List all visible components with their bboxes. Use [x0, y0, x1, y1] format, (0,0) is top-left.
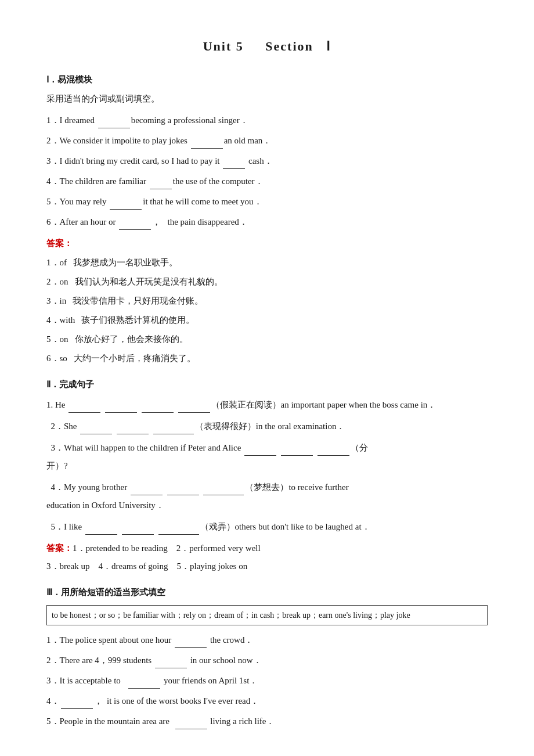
- section3-label: Ⅲ．用所给短语的适当形式填空: [46, 585, 488, 600]
- section1-label: Ⅰ．易混模块: [46, 72, 488, 88]
- blank-2-1c: [142, 402, 174, 413]
- answer1-2: 2．on 我们认为和老人开玩笑是没有礼貌的。: [46, 274, 488, 290]
- section2-label: Ⅱ．完成句子: [46, 377, 488, 393]
- blank-2-1d: [178, 402, 210, 413]
- blank-3-5: [175, 719, 207, 729]
- blank-2-5a: [85, 524, 117, 535]
- section2-answer-line1: 答案：1．pretended to be reading 2．performed…: [46, 541, 488, 556]
- q1-2: 2．We consider it impolite to play jokes …: [46, 133, 488, 149]
- answer1-5: 5．on 你放心好了，他会来接你的。: [46, 332, 488, 347]
- blank-2-3b: [281, 445, 313, 456]
- section2-answer-label: 答案：: [46, 543, 73, 553]
- blank-1-3: [223, 159, 245, 169]
- blank-2-1a: [68, 402, 100, 413]
- page-title: Unit 5 Section Ⅰ: [46, 35, 488, 58]
- blank-1-6: [119, 219, 151, 230]
- q3-3: 3．It is acceptable to your friends on Ap…: [46, 673, 488, 689]
- section2-answer-line2: 3．break up 4．dreams of going 5．playing j…: [46, 559, 488, 574]
- blank-3-4: [61, 699, 93, 709]
- section1-instruction: 采用适当的介词或副词填空。: [46, 91, 488, 107]
- blank-2-4c: [203, 485, 244, 495]
- q1-1: 1．I dreamed becoming a professional sing…: [46, 113, 488, 128]
- blank-2-2c: [153, 424, 194, 434]
- answer1-1: 1．of 我梦想成为一名职业歌手。: [46, 255, 488, 271]
- q3-4: 4．， it is one of the worst books I've ev…: [46, 693, 488, 709]
- blank-2-4b: [167, 485, 199, 495]
- section1-answer-label: 答案：: [46, 236, 488, 251]
- q1-3: 3．I didn't bring my credit card, so I ha…: [46, 153, 488, 169]
- q1-5: 5．You may rely it that he will come to m…: [46, 194, 488, 210]
- blank-1-4: [150, 179, 172, 189]
- q3-2: 2．There are 4，999 students in our school…: [46, 653, 488, 668]
- blank-2-5c: [158, 524, 199, 535]
- unit-label: Unit 5: [203, 39, 244, 53]
- section-label-text: Section: [265, 39, 313, 53]
- section-roman: Ⅰ: [326, 39, 331, 53]
- phrase-box: to be honest；or so；be familiar with；rely…: [46, 605, 488, 626]
- q1-4: 4．The children are familiar the use of t…: [46, 174, 488, 189]
- blank-2-3c: [317, 445, 349, 456]
- q2-2: 2．She （表现得很好）in the oral examination．: [46, 419, 488, 434]
- blank-3-2: [155, 658, 187, 668]
- answer1-3: 3．in 我没带信用卡，只好用现金付账。: [46, 293, 488, 309]
- q2-1: 1. He （假装正在阅读）an important paper when th…: [46, 397, 488, 413]
- blank-2-2a: [80, 424, 112, 434]
- blank-2-5b: [122, 524, 154, 535]
- blank-3-3: [128, 678, 160, 689]
- q2-4-line1: 4．My young brother （梦想去）to receive furth…: [46, 480, 488, 495]
- blank-1-2: [191, 138, 223, 149]
- answer1-4: 4．with 孩子们很熟悉计算机的使用。: [46, 312, 488, 328]
- blank-1-5: [110, 199, 142, 210]
- blank-1-1: [98, 118, 130, 128]
- blank-2-2b: [117, 424, 149, 434]
- q3-5: 5．People in the mountain area are living…: [46, 714, 488, 729]
- blank-3-1: [175, 638, 207, 648]
- q2-3-line1: 3．What will happen to the children if Pe…: [46, 440, 488, 456]
- q3-1: 1．The police spent about one hour the cr…: [46, 632, 488, 648]
- blank-2-3a: [244, 445, 276, 456]
- q2-4-line2: education in Oxford University．: [46, 498, 488, 513]
- blank-2-1b: [105, 402, 137, 413]
- q1-6: 6．After an hour or ， the pain disappeare…: [46, 214, 488, 230]
- q2-5: 5．I like （戏弄）others but don't like to be…: [46, 519, 488, 535]
- blank-2-4a: [131, 485, 163, 495]
- answer1-6: 6．so 大约一个小时后，疼痛消失了。: [46, 351, 488, 366]
- q2-3-line2: 开）?: [46, 458, 488, 474]
